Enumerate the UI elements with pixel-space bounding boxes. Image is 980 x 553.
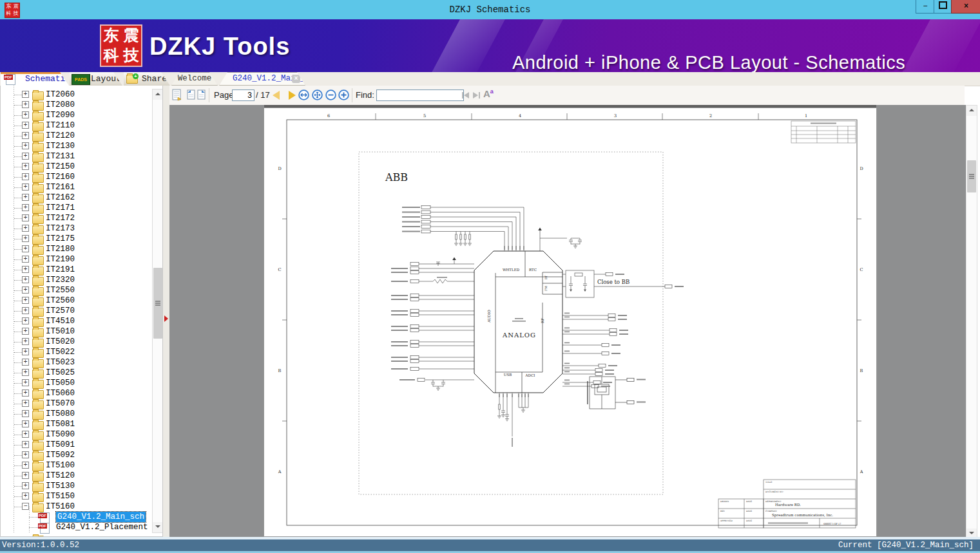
tree-file-G240_V1.2_Placement[interactable]: PDFG240_V1.2_Placement bbox=[1, 522, 153, 532]
match-case-icon[interactable]: Aa bbox=[483, 88, 494, 99]
tree-folder-IT2173[interactable]: +IT2173 bbox=[1, 223, 153, 234]
splitter-collapse-icon[interactable] bbox=[164, 315, 168, 322]
tree-expander-icon[interactable]: + bbox=[22, 462, 29, 469]
tree-file-G240_V1.2_Main_sch[interactable]: PDFG240_V1.2_Main_sch bbox=[1, 512, 153, 522]
tab-layout[interactable]: PADS Layout bbox=[70, 72, 122, 86]
tree-expander-icon[interactable]: + bbox=[22, 482, 29, 489]
zoom-out-button[interactable] bbox=[325, 89, 336, 100]
tree-expander-icon[interactable]: + bbox=[22, 359, 29, 366]
tree-folder-IT2130[interactable]: +IT2130 bbox=[1, 141, 153, 151]
tree-expander-icon[interactable]: + bbox=[22, 286, 29, 294]
tree-folder-IT2160[interactable]: +IT2160 bbox=[1, 172, 153, 182]
tree-expander-icon[interactable]: + bbox=[22, 183, 29, 191]
tree-folder-IT2131[interactable]: +IT2131 bbox=[1, 151, 153, 162]
tree-expander-icon[interactable]: + bbox=[22, 441, 29, 448]
tree-folder-IT5060[interactable]: +IT5060 bbox=[1, 388, 153, 398]
tab-close-icon[interactable]: × bbox=[292, 75, 300, 83]
tree-folder-IT5150[interactable]: +IT5150 bbox=[1, 491, 153, 501]
tree-expander-icon[interactable]: + bbox=[22, 492, 29, 500]
tree-expander-icon[interactable]: + bbox=[22, 410, 29, 417]
tree-expander-icon[interactable]: + bbox=[22, 451, 29, 458]
panel-splitter[interactable] bbox=[163, 86, 169, 537]
viewer-scrollbar[interactable] bbox=[966, 105, 977, 539]
tree-folder-IT2161[interactable]: +IT2161 bbox=[1, 182, 153, 192]
tree-folder-partial[interactable] bbox=[1, 532, 153, 537]
tree-folder-IT5092[interactable]: +IT5092 bbox=[1, 450, 153, 460]
tree-expander-icon[interactable]: + bbox=[22, 400, 29, 407]
tree-expander-icon[interactable]: + bbox=[22, 472, 29, 479]
tree-folder-IT5020[interactable]: +IT5020 bbox=[1, 337, 153, 347]
tree-scrollbar-thumb[interactable] bbox=[153, 268, 162, 339]
tree-folder-IT2320[interactable]: +IT2320 bbox=[1, 275, 153, 285]
tree-folder-IT2060[interactable]: +IT2060 bbox=[1, 89, 153, 100]
tree-expander-icon[interactable]: + bbox=[22, 101, 29, 108]
tree-scrollbar[interactable] bbox=[152, 89, 163, 533]
tree-expander-icon[interactable]: + bbox=[22, 431, 29, 438]
tree-expander-icon[interactable]: + bbox=[22, 204, 29, 211]
tree-folder-IT5050[interactable]: +IT5050 bbox=[1, 378, 153, 388]
tab-document-active[interactable]: G240_V1.2_Main_sch × bbox=[219, 72, 305, 86]
tree-expander-icon[interactable]: + bbox=[22, 420, 29, 427]
tree-folder-IT5023[interactable]: +IT5023 bbox=[1, 357, 153, 368]
tree-folder-IT2550[interactable]: +IT2550 bbox=[1, 285, 153, 295]
tree-folder-IT5080[interactable]: +IT5080 bbox=[1, 409, 153, 419]
tree-folder-IT5081[interactable]: +IT5081 bbox=[1, 419, 153, 429]
tree-expander-icon[interactable]: + bbox=[22, 328, 29, 335]
tree-expander-icon[interactable]: + bbox=[22, 122, 29, 129]
viewer-scrollbar-thumb[interactable] bbox=[967, 160, 976, 192]
page-number-input[interactable] bbox=[232, 89, 255, 101]
scroll-up-arrow[interactable] bbox=[966, 106, 977, 116]
tree-folder-IT5130[interactable]: +IT5130 bbox=[1, 481, 153, 491]
tree-expander-icon[interactable]: + bbox=[22, 348, 29, 355]
tree-folder-IT5160[interactable]: −IT5160 bbox=[1, 501, 153, 512]
scroll-up-arrow[interactable] bbox=[153, 89, 162, 100]
tree-folder-IT2080[interactable]: +IT2080 bbox=[1, 100, 153, 110]
tree-expander-icon[interactable]: + bbox=[22, 276, 29, 283]
tree-expander-icon[interactable]: + bbox=[22, 235, 29, 242]
tree-expander-icon[interactable]: + bbox=[22, 389, 29, 397]
zoom-in-button[interactable] bbox=[338, 89, 349, 100]
tree-expander-icon[interactable]: + bbox=[22, 91, 29, 98]
tree-folder-IT5070[interactable]: +IT5070 bbox=[1, 398, 153, 409]
tree-folder-IT5010[interactable]: +IT5010 bbox=[1, 326, 153, 337]
tree-folder-IT2191[interactable]: +IT2191 bbox=[1, 265, 153, 275]
find-next-icon[interactable] bbox=[472, 91, 481, 99]
tree-folder-IT2175[interactable]: +IT2175 bbox=[1, 234, 153, 244]
tab-schematic[interactable]: PDF Schematic bbox=[1, 72, 69, 86]
tree-folder-IT2120[interactable]: +IT2120 bbox=[1, 131, 153, 141]
tree-folder-IT2172[interactable]: +IT2172 bbox=[1, 213, 153, 223]
tree-expander-icon[interactable]: + bbox=[22, 142, 29, 149]
tree-folder-IT2180[interactable]: +IT2180 bbox=[1, 244, 153, 254]
previous-page-button[interactable] bbox=[273, 91, 280, 100]
maximize-button[interactable] bbox=[934, 0, 952, 14]
tree-folder-IT5022[interactable]: +IT5022 bbox=[1, 347, 153, 357]
scroll-down-arrow[interactable] bbox=[153, 522, 162, 532]
tree-folder-IT4510[interactable]: +IT4510 bbox=[1, 316, 153, 326]
tree-expander-icon[interactable]: + bbox=[22, 245, 29, 252]
tree-expander-icon[interactable]: − bbox=[22, 503, 29, 510]
fit-width-button[interactable] bbox=[298, 89, 309, 100]
tree-expander-icon[interactable]: + bbox=[22, 132, 29, 139]
tree-expander-icon[interactable]: + bbox=[22, 338, 29, 345]
tree-expander-icon[interactable]: + bbox=[22, 256, 29, 263]
tree-expander-icon[interactable]: + bbox=[22, 317, 29, 324]
tree-expander-icon[interactable]: + bbox=[22, 194, 29, 201]
tree-expander-icon[interactable]: + bbox=[22, 379, 29, 386]
tree-expander-icon[interactable]: + bbox=[22, 369, 29, 376]
next-page-button[interactable] bbox=[289, 91, 296, 100]
tree-folder-IT5100[interactable]: +IT5100 bbox=[1, 460, 153, 471]
tree-expander-icon[interactable]: + bbox=[22, 307, 29, 314]
tree-expander-icon[interactable]: + bbox=[22, 297, 29, 304]
tree-folder-IT2570[interactable]: +IT2570 bbox=[1, 306, 153, 316]
tree-expander-icon[interactable]: + bbox=[22, 111, 29, 118]
tree-expander-icon[interactable]: + bbox=[22, 163, 29, 170]
tree-folder-IT2150[interactable]: +IT2150 bbox=[1, 162, 153, 172]
copy-page-button[interactable] bbox=[171, 89, 183, 102]
pdf-viewer[interactable]: 654321DDCCBBAA ABB WHTLED RTC BT FM RF bbox=[169, 105, 966, 539]
tree-folder-IT5090[interactable]: +IT5090 bbox=[1, 429, 153, 440]
tree-folder-IT2190[interactable]: +IT2190 bbox=[1, 254, 153, 265]
tree-folder-IT5025[interactable]: +IT5025 bbox=[1, 368, 153, 378]
tree-folder-IT5120[interactable]: +IT5120 bbox=[1, 471, 153, 481]
close-button[interactable]: × bbox=[951, 0, 980, 14]
minimize-button[interactable]: − bbox=[916, 0, 935, 14]
